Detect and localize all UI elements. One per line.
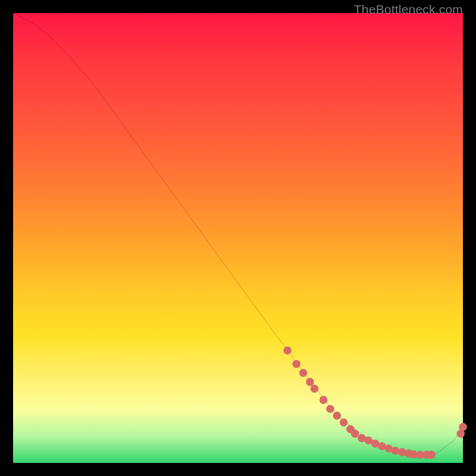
marker-dot — [333, 412, 342, 420]
marker-dot — [283, 346, 292, 355]
marker-dot — [326, 405, 334, 413]
marker-dot — [351, 430, 359, 438]
marker-group — [283, 346, 466, 459]
curve-line — [13, 13, 463, 458]
marker-dot — [398, 448, 406, 456]
marker-dot — [299, 369, 308, 377]
marker-dot — [392, 447, 400, 455]
chart-overlay — [13, 13, 463, 463]
marker-dot — [340, 418, 348, 427]
marker-dot — [311, 384, 319, 393]
marker-dot — [292, 360, 300, 368]
marker-dot — [320, 396, 328, 404]
chart-stage: TheBottleneck.com — [0, 0, 476, 476]
marker-dot — [306, 378, 314, 386]
marker-dot — [427, 451, 436, 459]
watermark-label: TheBottleneck.com — [354, 2, 463, 17]
marker-dot — [459, 423, 467, 431]
